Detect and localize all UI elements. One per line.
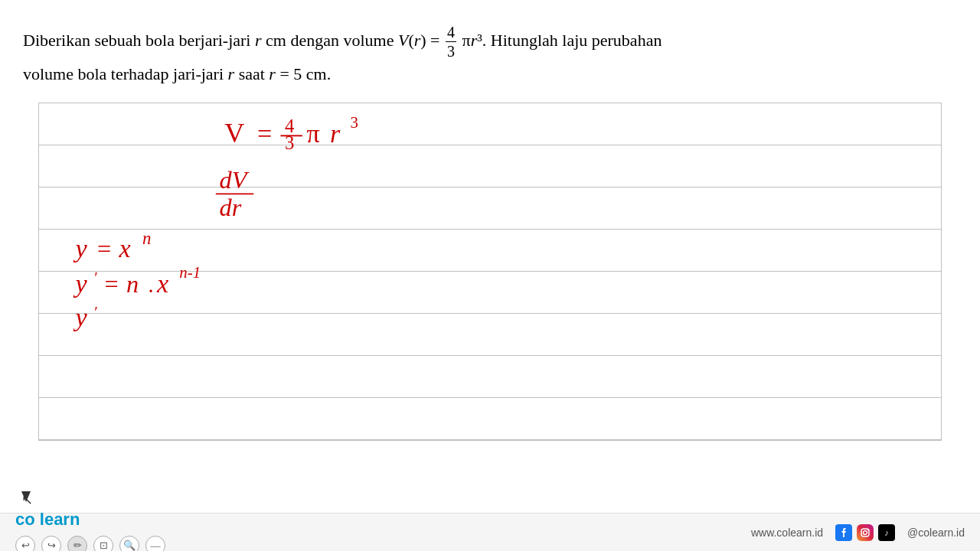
bottom-bar: co learn ↩ ↪ ✏ ⊡ 🔍 — www.colearn.id bbox=[0, 513, 980, 551]
line-row-2 bbox=[39, 145, 941, 187]
var-r-1: r bbox=[255, 31, 262, 50]
pen-button[interactable]: ✏ bbox=[67, 536, 87, 552]
var-r-5: r bbox=[269, 64, 276, 83]
svg-point-25 bbox=[864, 530, 867, 534]
line-row-5 bbox=[39, 272, 941, 314]
line-row-3 bbox=[39, 187, 941, 230]
main-content: Diberikan sebuah bola berjari-jari r cm … bbox=[0, 0, 980, 441]
instagram-icon[interactable] bbox=[857, 524, 874, 541]
social-icons: ♪ bbox=[835, 524, 895, 541]
minus-button[interactable]: — bbox=[145, 536, 165, 552]
redo-button[interactable]: ↪ bbox=[41, 536, 61, 552]
fraction-denominator: 3 bbox=[446, 42, 456, 60]
website-url: www.colearn.id bbox=[751, 527, 823, 539]
line-row-1 bbox=[39, 103, 941, 145]
lined-paper: V = 4 3 π r 3 dV dr y = x n y ′ = bbox=[38, 103, 942, 441]
line-row-4 bbox=[39, 230, 941, 272]
right-info: www.colearn.id ♪ @colearn.id bbox=[751, 524, 965, 541]
var-r-4: r bbox=[228, 64, 235, 83]
var-vr: V bbox=[398, 31, 408, 50]
var-r-3: r bbox=[471, 31, 478, 50]
cursor-indicator: ↖ bbox=[21, 491, 37, 507]
line-row-8 bbox=[39, 398, 941, 440]
logo-text: co learn bbox=[15, 510, 80, 530]
fraction-4-3: 4 3 bbox=[446, 23, 456, 60]
line-row-6 bbox=[39, 314, 941, 356]
line-row-7 bbox=[39, 356, 941, 398]
zoom-button[interactable]: 🔍 bbox=[119, 536, 139, 552]
toolbar-icons: ↩ ↪ ✏ ⊡ 🔍 — bbox=[15, 536, 165, 552]
select-button[interactable]: ⊡ bbox=[93, 536, 113, 552]
svg-point-26 bbox=[867, 529, 869, 530]
undo-button[interactable]: ↩ bbox=[15, 536, 35, 552]
social-handle: @colearn.id bbox=[907, 527, 965, 539]
facebook-icon[interactable] bbox=[835, 524, 852, 541]
problem-text: Diberikan sebuah bola berjari-jari r cm … bbox=[23, 23, 957, 87]
logo-area: co learn bbox=[15, 510, 165, 530]
tiktok-icon[interactable]: ♪ bbox=[878, 524, 895, 541]
fraction-numerator: 4 bbox=[446, 23, 456, 42]
var-r-2: r bbox=[414, 31, 421, 50]
